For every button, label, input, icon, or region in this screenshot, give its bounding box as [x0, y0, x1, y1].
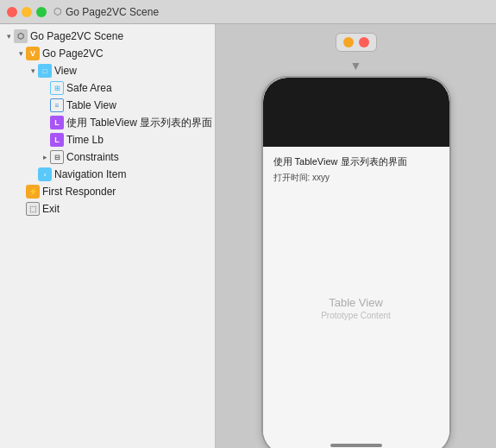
home-bar — [330, 444, 382, 447]
tableview-node-icon: ≡ — [50, 98, 64, 112]
tree-label-scene: Go Page2VC Scene — [30, 30, 123, 42]
tree-label-time-lb: Time Lb — [66, 134, 104, 146]
screen-content: 使用 TableView 显示列表的界面 打开时间: xxyy Table Vi… — [263, 147, 449, 437]
tree-label-go-page2vc: Go Page2VC — [42, 47, 104, 60]
home-indicator — [263, 437, 449, 448]
table-view-sublabel: Prototype Content — [321, 311, 391, 320]
tree-label-view: View — [54, 65, 77, 77]
window-controls — [7, 7, 47, 17]
canvas-panel: ▼ 使用 TableView 显示列表的界面 打开时间: xxyy Table … — [216, 24, 496, 448]
tree-label-first-responder: First Responder — [42, 186, 116, 198]
phone-screen: 使用 TableView 显示列表的界面 打开时间: xxyy Table Vi… — [263, 78, 449, 448]
toolbar-red-button[interactable] — [359, 37, 369, 47]
phone-notch — [322, 78, 391, 97]
view-node-icon: □ — [38, 64, 52, 78]
tree-item-exit[interactable]: ⬚ Exit — [0, 200, 215, 218]
tree-item-view[interactable]: ▾ □ View — [0, 62, 215, 79]
main-layout: ▾ ⬡ Go Page2VC Scene ▾ V Go Page2VC ▾ □ … — [0, 24, 496, 448]
tree-label-safe-area: Safe Area — [66, 82, 112, 94]
tree-label-navigation-item: Navigation Item — [54, 168, 126, 180]
navitem-node-icon: ‹ — [38, 167, 52, 181]
toolbar-orange-button[interactable] — [343, 37, 354, 47]
entry-point-arrow: ▼ — [350, 59, 362, 73]
scene-icon: ⬡ — [53, 6, 62, 17]
tree-label-exit: Exit — [42, 203, 60, 215]
tree-item-safe-area[interactable]: ⊞ Safe Area — [0, 79, 215, 97]
tree-label-label-tableview: 使用 TableView 显示列表的界面 — [66, 116, 212, 130]
chevron-down-icon-2: ▾ — [16, 48, 26, 59]
tree-item-time-lb[interactable]: L Time Lb — [0, 131, 215, 148]
maximize-button[interactable] — [36, 7, 47, 17]
safe-area-node-icon: ⊞ — [50, 81, 64, 95]
chevron-right-icon: ▸ — [40, 152, 50, 162]
vc-node-icon: V — [26, 47, 40, 60]
scene-node-icon: ⬡ — [14, 29, 28, 43]
content-title-label: 使用 TableView 显示列表的界面 — [273, 155, 439, 168]
responder-node-icon: ⚡ — [26, 185, 40, 199]
constraints-node-icon: ⊟ — [50, 150, 64, 164]
chevron-down-icon-3: ▾ — [28, 66, 38, 76]
tree-label-constraints: Constraints — [66, 151, 119, 163]
title-bar: ⬡ Go Page2VC Scene — [0, 0, 496, 24]
tree-item-scene[interactable]: ▾ ⬡ Go Page2VC Scene — [0, 28, 215, 45]
table-view-placeholder: Table View Prototype Content — [273, 187, 439, 428]
tree-label-table-view: Table View — [66, 99, 116, 111]
tree-item-go-page2vc[interactable]: ▾ V Go Page2VC — [0, 45, 215, 62]
tree-item-first-responder[interactable]: ⚡ First Responder — [0, 183, 215, 200]
tree-item-table-view[interactable]: ≡ Table View — [0, 97, 215, 114]
close-button[interactable] — [7, 7, 17, 17]
time-lb-node-icon: L — [50, 133, 64, 147]
scene-tree-panel: ▾ ⬡ Go Page2VC Scene ▾ V Go Page2VC ▾ □ … — [0, 24, 216, 448]
exit-node-icon: ⬚ — [26, 202, 40, 216]
chevron-down-icon: ▾ — [3, 31, 14, 41]
tree-item-label-tableview[interactable]: L 使用 TableView 显示列表的界面 — [0, 114, 215, 131]
tree-item-constraints[interactable]: ▸ ⊟ Constraints — [0, 148, 215, 166]
minimize-button[interactable] — [22, 7, 32, 17]
content-subtitle-label: 打开时间: xxyy — [273, 172, 439, 184]
canvas-toolbar — [224, 33, 487, 52]
label-tableview-node-icon: L — [50, 116, 64, 129]
table-view-label: Table View — [329, 296, 383, 309]
window-title: Go Page2VC Scene — [66, 6, 159, 18]
tree-item-navigation-item[interactable]: ‹ Navigation Item — [0, 166, 215, 183]
phone-frame: 使用 TableView 显示列表的界面 打开时间: xxyy Table Vi… — [261, 76, 451, 448]
toolbar-bar — [336, 33, 377, 52]
